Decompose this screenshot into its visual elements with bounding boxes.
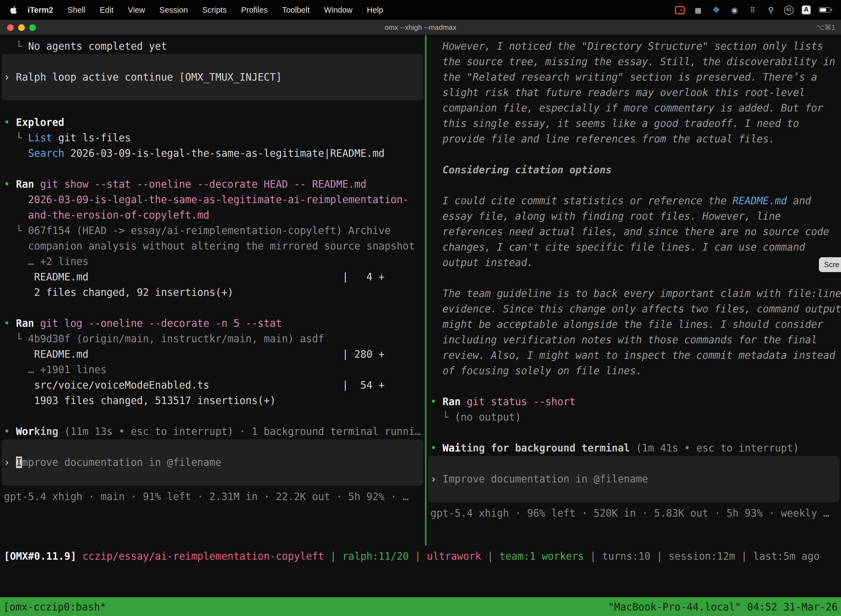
terminal-line: might be acceptable alongside the file l… (431, 317, 841, 332)
menu-session[interactable]: Session (152, 6, 195, 14)
text-segment: … +1901 lines (4, 364, 107, 375)
text-segment: essay file, along with finding root file… (431, 210, 781, 222)
menu-items: iTerm2ShellEditViewSessionScriptsProfile… (21, 6, 390, 14)
minimize-button[interactable] (18, 24, 25, 31)
terminal-line: and-the-erosion-of-copyleft.md (4, 208, 425, 223)
terminal-line: evidence. Since this change only affects… (431, 301, 841, 317)
apple-logo-glyph (10, 6, 17, 14)
terminal-line (4, 408, 425, 424)
terminal-line: • Ran git log --oneline --decorate -n 5 … (4, 316, 425, 331)
keyboard-layout-icon[interactable]: A (802, 6, 811, 14)
text-segment: slight risk that future readers may over… (431, 87, 805, 98)
text-segment: 2026-03-09-is-legal-the-same-as-legitima… (64, 147, 385, 159)
text-segment: Search (28, 147, 64, 159)
text-segment: 2026-03-09-is-legal-the-same-as-legitima… (4, 194, 409, 205)
text-segment: of focusing solely on file lines. (431, 365, 642, 377)
menu-window[interactable]: Window (317, 6, 359, 14)
text-segment: ultrawork (427, 550, 481, 562)
text-segment: List (28, 132, 53, 144)
terminal-line: README.md | 280 + (4, 347, 425, 362)
terminal-line (431, 270, 841, 286)
left-prompt-input[interactable]: › Improve documentation in @filename (1, 439, 423, 486)
text-segment: git show --stat --oneline --decorate HEA… (34, 178, 367, 190)
traffic-lights (7, 24, 36, 31)
screen-recording-icon[interactable] (675, 6, 685, 14)
text-segment: › Ralph loop active continue [OMX_TMUX_I… (4, 71, 282, 83)
right-prompt-input[interactable]: › Improve documentation in @filename (428, 456, 840, 502)
terminal-line (431, 178, 841, 193)
terminal-line: companion file, especially if more comme… (431, 100, 841, 116)
text-segment: Wor (16, 425, 34, 437)
terminal-line (4, 161, 425, 177)
text-segment: changes, I can't cite specific file line… (431, 241, 805, 253)
text-segment: └ (4, 40, 28, 52)
text-segment: Wai (442, 442, 461, 454)
terminal-line: 2026-03-09-is-legal-the-same-as-legitima… (4, 192, 425, 208)
terminal-line: changes, I can't cite specific file line… (431, 239, 841, 255)
text-segment: └ 4b9d30f (origin/main, instructkr/main,… (4, 333, 324, 345)
key-icon[interactable]: ⚲ (766, 5, 776, 15)
text-segment: However, I noticed the "Directory Struct… (431, 40, 823, 52)
text-segment: └ (4, 132, 28, 144)
terminal-line: • Waiting for background terminal (1m 41… (431, 440, 841, 456)
text-segment: The team guideline is to back every impo… (431, 287, 841, 299)
text-segment: review. Also, I might want to inspect th… (431, 349, 835, 361)
omx-session-status-line: [OMX#0.11.9] cczip/essay/ai-reimplementa… (0, 546, 841, 566)
terminal-line: • Ran git show --stat --oneline --decora… (4, 177, 425, 192)
menu-view[interactable]: View (120, 6, 152, 14)
menu-edit[interactable]: Edit (92, 6, 120, 14)
left-scrollback: • Explored └ List git ls-files Search 20… (0, 115, 425, 439)
text-segment: README.md (733, 195, 787, 207)
text-segment: git status --short (461, 396, 576, 407)
battery-tip (831, 9, 832, 11)
menu-shell[interactable]: Shell (60, 6, 93, 14)
text-segment: | (584, 550, 602, 562)
terminal-line: the source tree, missing the essay. Stil… (431, 54, 841, 70)
text-segment: | (324, 550, 343, 562)
text-segment: Ran (16, 178, 34, 190)
dark-circle-app-icon[interactable]: ◉ (730, 5, 740, 15)
terminal-line: slight risk that future readers may over… (431, 85, 841, 100)
terminal-line: this single essay, it seems like a good … (431, 116, 841, 131)
text-segment: cczip/essay/ai-reimplementation-copyleft (82, 550, 324, 562)
text-segment (4, 147, 28, 159)
gauge-icon[interactable]: 61 (784, 5, 794, 15)
terminal-line: • Explored (4, 115, 425, 130)
terminal-line: src/voice/voiceModeEnabled.ts | 54 + (4, 378, 425, 393)
terminal-line (431, 425, 841, 440)
text-segment: might be acceptable alongside the file l… (431, 318, 823, 330)
text-segment: • (4, 116, 16, 128)
browser-grid-icon[interactable]: ▦ (693, 5, 703, 15)
menu-iterm2[interactable]: iTerm2 (21, 6, 60, 14)
keyboard-layout-icon-label: A (804, 7, 809, 13)
screen-share-button[interactable]: Scre (819, 257, 841, 272)
text-segment: … +2 lines (4, 255, 89, 267)
left-prompt-input-text[interactable]: › Improve documentation in @filename (1, 455, 423, 470)
terminal-panes: └ No agents completed yet › Ralph loop a… (0, 35, 841, 546)
menu-bar: iTerm2ShellEditViewSessionScriptsProfile… (0, 0, 841, 20)
menu-toolbelt[interactable]: Toolbelt (275, 6, 317, 14)
terminal-line: └ List git ls-files (4, 130, 425, 146)
text-segment: companion file, especially if more comme… (431, 102, 823, 114)
menu-profiles[interactable]: Profiles (234, 6, 275, 14)
terminal-line: └ No agents completed yet (4, 39, 425, 54)
right-prompt-input-text[interactable]: › Improve documentation in @filename (428, 471, 840, 487)
text-segment: Considering citation options (431, 164, 612, 176)
close-button[interactable] (7, 24, 14, 31)
terminal-line: README.md | 4 + (4, 269, 425, 285)
text-segment: • (4, 317, 16, 329)
text-segment: mprove documentation in @filename (22, 456, 221, 468)
battery-icon[interactable] (819, 5, 832, 15)
desktop: iTerm2ShellEditViewSessionScriptsProfile… (0, 0, 841, 616)
terminal-line: However, I noticed the "Directory Struct… (431, 39, 841, 54)
dots-grid-icon[interactable]: ⠿ (748, 5, 757, 15)
blue-app-icon[interactable]: ❖ (711, 5, 721, 15)
gauge-icon-label: 61 (786, 8, 791, 12)
zoom-button[interactable] (29, 24, 36, 31)
terminal-line: The team guideline is to back every impo… (431, 286, 841, 301)
menu-scripts[interactable]: Scripts (195, 6, 234, 14)
window-title-bar: omx --xhigh --madmax ⌥⌘1 (0, 20, 841, 35)
text-segment: └ 067f154 (HEAD -> essay/ai-reimplementa… (4, 224, 391, 236)
apple-menu-icon[interactable] (7, 6, 21, 14)
menu-help[interactable]: Help (360, 6, 391, 14)
